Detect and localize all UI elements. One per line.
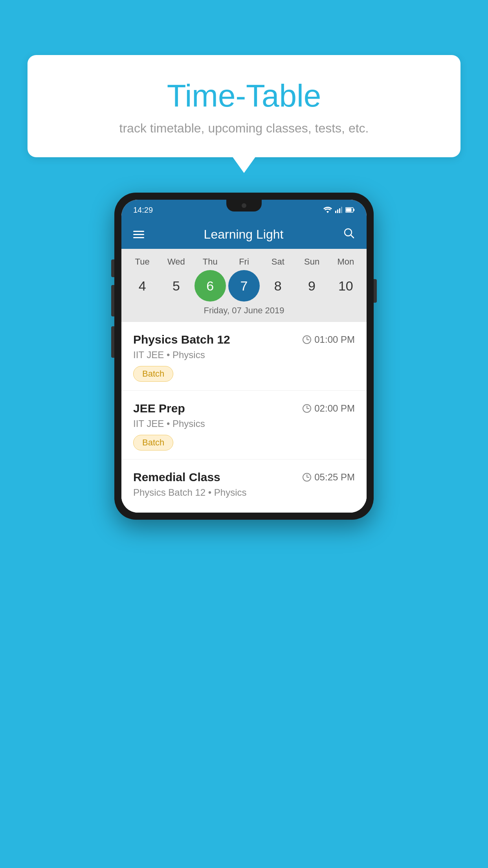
day-numbers: 4 5 6 7 8 9 10 <box>125 270 363 302</box>
schedule-item-1-title: Physics Batch 12 <box>133 333 230 346</box>
calendar-day-8[interactable]: 8 <box>262 270 294 302</box>
speech-bubble-container: Time-Table track timetable, upcoming cla… <box>28 55 460 157</box>
svg-line-8 <box>350 235 354 238</box>
calendar-day-7-selected[interactable]: 7 <box>228 270 260 302</box>
phone-notch <box>226 200 262 211</box>
calendar-day-9[interactable]: 9 <box>296 270 328 302</box>
schedule-item-1-header: Physics Batch 12 01:00 PM <box>133 333 355 346</box>
status-time: 14:29 <box>133 206 153 215</box>
batch-badge-2: Batch <box>133 435 173 451</box>
speech-bubble: Time-Table track timetable, upcoming cla… <box>28 55 460 157</box>
calendar-day-10[interactable]: 10 <box>330 270 361 302</box>
schedule-item-1-subtitle: IIT JEE • Physics <box>133 349 355 360</box>
phone-power-button <box>374 279 377 303</box>
selected-date-label: Friday, 07 June 2019 <box>125 302 363 318</box>
signal-icon <box>335 207 342 213</box>
battery-icon <box>345 207 355 213</box>
search-icon <box>343 227 355 239</box>
schedule-list: Physics Batch 12 01:00 PM IIT JEE • Phys… <box>121 322 367 513</box>
search-button[interactable] <box>343 227 355 242</box>
schedule-item-3-time: 05:25 PM <box>303 472 355 483</box>
time-label-2: 02:00 PM <box>314 403 355 414</box>
phone-vol-button3 <box>111 326 114 358</box>
phone-mockup: 14:29 <box>114 193 374 520</box>
schedule-item-physics-batch-12[interactable]: Physics Batch 12 01:00 PM IIT JEE • Phys… <box>121 322 367 391</box>
schedule-item-1-time: 01:00 PM <box>303 334 355 345</box>
calendar-day-5[interactable]: 5 <box>160 270 192 302</box>
schedule-item-jee-prep[interactable]: JEE Prep 02:00 PM IIT JEE • Physics Batc… <box>121 391 367 460</box>
camera <box>242 203 246 208</box>
clock-icon-2 <box>303 404 311 413</box>
day-headers: Tue Wed Thu Fri Sat Sun Mon <box>125 257 363 267</box>
schedule-item-3-title: Remedial Class <box>133 471 220 484</box>
schedule-item-2-header: JEE Prep 02:00 PM <box>133 402 355 415</box>
calendar-day-6-today[interactable]: 6 <box>194 270 226 302</box>
day-header-mon: Mon <box>330 257 361 267</box>
day-header-wed: Wed <box>160 257 192 267</box>
status-icons <box>323 207 355 213</box>
svg-rect-3 <box>341 207 342 213</box>
day-header-sun: Sun <box>296 257 328 267</box>
schedule-item-3-header: Remedial Class 05:25 PM <box>133 471 355 484</box>
day-header-sat: Sat <box>262 257 294 267</box>
svg-rect-0 <box>335 211 336 213</box>
svg-rect-6 <box>346 208 352 212</box>
bubble-title: Time-Table <box>47 79 441 113</box>
schedule-item-3-subtitle: Physics Batch 12 • Physics <box>133 487 355 498</box>
phone-vol-button2 <box>111 285 114 316</box>
svg-rect-2 <box>339 208 340 213</box>
clock-icon-1 <box>303 335 311 344</box>
wifi-icon <box>323 207 332 213</box>
status-bar: 14:29 <box>121 200 367 220</box>
day-header-fri: Fri <box>228 257 260 267</box>
calendar-strip: Tue Wed Thu Fri Sat Sun Mon 4 5 6 7 8 9 … <box>121 249 367 322</box>
schedule-item-remedial-class[interactable]: Remedial Class 05:25 PM Physics Batch 12… <box>121 460 367 513</box>
calendar-day-4[interactable]: 4 <box>127 270 158 302</box>
app-header: Learning Light <box>121 220 367 249</box>
schedule-item-2-title: JEE Prep <box>133 402 185 415</box>
clock-icon-3 <box>303 473 311 482</box>
batch-badge-1: Batch <box>133 366 173 382</box>
time-label-3: 05:25 PM <box>314 472 355 483</box>
svg-rect-5 <box>354 209 355 211</box>
time-label-1: 01:00 PM <box>314 334 355 345</box>
phone-vol-button1 <box>111 259 114 277</box>
app-title: Learning Light <box>204 227 284 242</box>
day-header-tue: Tue <box>127 257 158 267</box>
day-header-thu: Thu <box>194 257 226 267</box>
hamburger-menu-icon[interactable] <box>133 231 144 238</box>
phone-screen: 14:29 <box>121 200 367 513</box>
schedule-item-2-time: 02:00 PM <box>303 403 355 414</box>
bubble-subtitle: track timetable, upcoming classes, tests… <box>47 121 441 136</box>
svg-rect-1 <box>337 210 338 213</box>
schedule-item-2-subtitle: IIT JEE • Physics <box>133 418 355 429</box>
phone-container: 14:29 <box>28 193 460 520</box>
